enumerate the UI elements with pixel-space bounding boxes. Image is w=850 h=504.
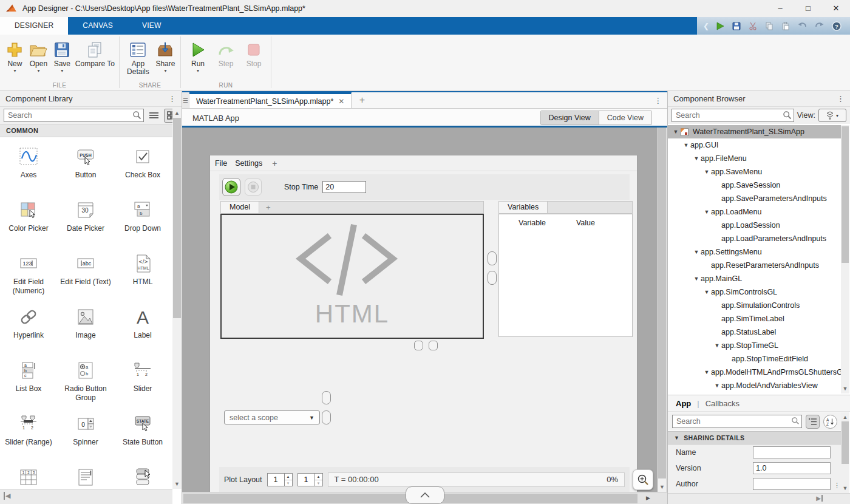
- undo-icon[interactable]: [798, 22, 807, 30]
- new-document-tab-button[interactable]: +: [352, 92, 372, 108]
- canvas-horizontal-scrollbar[interactable]: ▶: [182, 492, 667, 504]
- scrollbar-thumb[interactable]: [841, 421, 849, 464]
- menu-settings[interactable]: Settings: [235, 159, 262, 168]
- component-slider[interactable]: 12 Slider: [114, 358, 171, 412]
- sharing-details-section[interactable]: ▼ SHARING DETAILS: [668, 431, 841, 444]
- section-header-common[interactable]: COMMON: [0, 124, 182, 137]
- scroll-left-end-icon[interactable]: ◀: [4, 492, 10, 500]
- zoom-in-button[interactable]: [633, 469, 653, 490]
- component-edit-field-text[interactable]: abc Edit Field (Text): [57, 251, 114, 305]
- component-button[interactable]: PUSH Button: [57, 145, 114, 198]
- library-vertical-scrollbar[interactable]: ▲ ▼: [172, 108, 182, 489]
- model-tab[interactable]: Model: [221, 202, 259, 213]
- shutter-handle[interactable]: [322, 391, 331, 404]
- spinner-arrows[interactable]: ▲▼: [314, 474, 322, 486]
- component-spinner[interactable]: 0 Spinner: [57, 412, 114, 465]
- tree-item[interactable]: app.StatusLabel: [668, 325, 841, 339]
- tab-designer[interactable]: DESIGNER: [0, 17, 68, 35]
- t tree-item[interactable]: app.LoadParametersAndInputs: [668, 232, 841, 245]
- code-view-button[interactable]: Code View: [599, 111, 651, 124]
- chevron-down-icon[interactable]: ▼: [713, 383, 721, 389]
- tree-item[interactable]: ▼app.ModelAndVariablesView: [668, 379, 841, 392]
- document-menu-icon[interactable]: ⋮: [654, 92, 668, 108]
- scroll-down-icon[interactable]: ▼: [841, 485, 849, 491]
- shutter-handle[interactable]: [414, 341, 423, 350]
- name-input[interactable]: [753, 446, 831, 458]
- tree-item[interactable]: app.StopTimeEditField: [668, 352, 841, 366]
- chevron-down-icon[interactable]: ▼: [702, 169, 711, 175]
- shutter-handle[interactable]: [488, 251, 497, 265]
- chevron-down-icon[interactable]: ▼: [692, 155, 701, 162]
- tree-item[interactable]: ▼app.SettingsMenu: [668, 245, 841, 259]
- run-quick-icon[interactable]: [716, 22, 724, 30]
- field-menu-icon[interactable]: ⋮: [834, 482, 840, 489]
- component-hyperlink[interactable]: Hyperlink: [0, 305, 57, 358]
- panel-menu-icon[interactable]: ⋮: [168, 94, 176, 103]
- app-details-button[interactable]: App Details: [123, 38, 153, 76]
- tree-item[interactable]: ▼app.ModelHTMLAndPrmsGLShuttersGL: [668, 366, 841, 379]
- chevron-down-icon[interactable]: ▼: [692, 276, 701, 282]
- component-slider-range[interactable]: 12 Slider (Range): [0, 412, 57, 465]
- tab-view[interactable]: VIEW: [127, 17, 175, 35]
- inspector-vertical-scrollbar[interactable]: ▲ ▼: [841, 412, 849, 493]
- chevron-down-icon[interactable]: ▼: [702, 369, 711, 375]
- component-color-picker[interactable]: Color Picker: [0, 198, 57, 251]
- scrollbar-thumb[interactable]: [658, 128, 666, 478]
- close-tab-icon[interactable]: ✕: [338, 97, 344, 106]
- scroll-down-icon[interactable]: ▼: [841, 386, 849, 392]
- tree-item[interactable]: ▼app.GUI: [668, 138, 841, 152]
- design-canvas[interactable]: File Settings + Stop Time Model +: [182, 128, 667, 492]
- new-button[interactable]: New ▾: [4, 38, 26, 74]
- spinner-arrows[interactable]: ▲▼: [284, 474, 292, 486]
- tree-item[interactable]: ▼app.SimControlsGL: [668, 285, 841, 299]
- add-model-tab-icon[interactable]: +: [259, 202, 277, 213]
- sort-az-button[interactable]: AZ: [823, 415, 837, 429]
- view-mode-dropdown[interactable]: ▾: [818, 109, 846, 122]
- maximize-button[interactable]: □: [794, 0, 822, 17]
- component-drop-down[interactable]: ab Drop Down: [114, 198, 171, 251]
- tab-canvas[interactable]: CANVAS: [68, 17, 127, 35]
- scope-dropdown[interactable]: select a scope ▼: [224, 410, 320, 424]
- tree-item[interactable]: app.SaveSession: [668, 179, 841, 192]
- minimize-button[interactable]: –: [766, 0, 794, 17]
- sim-stop-button[interactable]: [245, 179, 262, 196]
- browser-search-input[interactable]: [672, 109, 794, 122]
- component-state-button[interactable]: STATE State Button: [114, 412, 171, 465]
- compare-to-button[interactable]: Compare To: [75, 38, 115, 74]
- inspector-search-input[interactable]: [672, 415, 802, 428]
- shutter-handle[interactable]: [322, 410, 331, 424]
- tree-item[interactable]: ▼app.StopTimeGL: [668, 339, 841, 352]
- play-button[interactable]: [222, 178, 240, 196]
- scroll-down-icon[interactable]: ▼: [172, 481, 182, 487]
- close-button[interactable]: ✕: [822, 0, 850, 17]
- component-radio-button-group[interactable]: ab Radio Button Group: [57, 358, 114, 412]
- panel-menu-icon[interactable]: ⋮: [837, 94, 845, 103]
- tab-callbacks[interactable]: Callbacks: [706, 399, 739, 408]
- list-view-button[interactable]: [147, 109, 161, 123]
- scroll-up-icon[interactable]: ▲: [172, 110, 182, 116]
- scroll-right-icon[interactable]: ▶: [646, 495, 650, 501]
- chevron-down-icon[interactable]: ▼: [682, 142, 690, 148]
- tree-item[interactable]: ▼app.LoadMenu: [668, 205, 841, 219]
- plot-cols-spinner[interactable]: 1 ▲▼: [298, 473, 323, 486]
- chevron-down-icon[interactable]: ▼: [713, 342, 721, 349]
- component-label[interactable]: A Label: [114, 305, 171, 358]
- chevron-down-icon[interactable]: ▼: [672, 129, 680, 135]
- chevron-down-icon[interactable]: ▼: [702, 209, 711, 215]
- tree-vertical-scrollbar[interactable]: ▼: [841, 125, 849, 393]
- component-axes[interactable]: Axes: [0, 145, 57, 198]
- component-edit-field-numeric[interactable]: 123 Edit Field (Numeric): [0, 251, 57, 305]
- component-html[interactable]: </>HTML HTML: [114, 251, 171, 305]
- tab-app[interactable]: App: [676, 399, 691, 408]
- save-quick-icon[interactable]: [732, 22, 741, 30]
- add-menu-icon[interactable]: +: [272, 158, 277, 168]
- chevron-down-icon[interactable]: ▼: [692, 249, 701, 255]
- shutter-handle[interactable]: [488, 271, 497, 285]
- component-check-box[interactable]: Check Box: [114, 145, 171, 198]
- collapse-panel-button[interactable]: [406, 486, 444, 504]
- tree-item[interactable]: app.LoadSession: [668, 219, 841, 232]
- model-html-view[interactable]: HTML: [220, 214, 484, 339]
- chevron-down-icon[interactable]: ▼: [702, 289, 711, 295]
- tree-item[interactable]: app.ResetParametersAndInputs: [668, 259, 841, 272]
- tree-item[interactable]: app.SaveParametersAndInputs: [668, 192, 841, 205]
